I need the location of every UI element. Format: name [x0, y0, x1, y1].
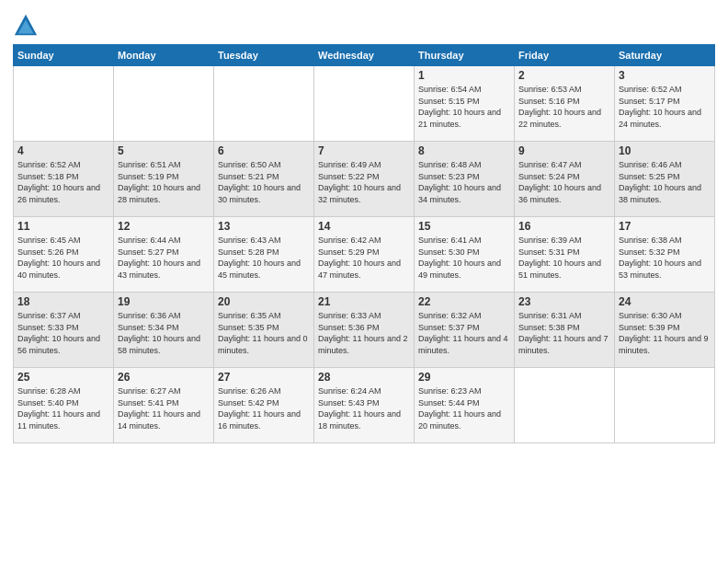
- day-info: Sunrise: 6:24 AM Sunset: 5:43 PM Dayligh…: [318, 385, 410, 431]
- day-number: 25: [17, 371, 109, 384]
- day-number: 21: [318, 295, 410, 308]
- day-number: 10: [619, 144, 711, 157]
- day-header-saturday: Saturday: [615, 45, 715, 66]
- calendar-cell: [114, 66, 214, 142]
- day-number: 26: [118, 371, 210, 384]
- day-number: 11: [17, 220, 109, 233]
- day-number: 20: [218, 295, 310, 308]
- calendar-cell: 18Sunrise: 6:37 AM Sunset: 5:33 PM Dayli…: [14, 293, 114, 368]
- calendar-cell: 26Sunrise: 6:27 AM Sunset: 5:41 PM Dayli…: [114, 368, 214, 443]
- day-info: Sunrise: 6:39 AM Sunset: 5:31 PM Dayligh…: [518, 235, 610, 281]
- calendar-cell: 16Sunrise: 6:39 AM Sunset: 5:31 PM Dayli…: [515, 217, 615, 293]
- day-number: 2: [518, 69, 610, 82]
- day-info: Sunrise: 6:32 AM Sunset: 5:37 PM Dayligh…: [418, 310, 510, 356]
- day-number: 27: [218, 371, 310, 384]
- day-info: Sunrise: 6:49 AM Sunset: 5:22 PM Dayligh…: [318, 159, 410, 205]
- day-number: 22: [418, 295, 510, 308]
- day-header-thursday: Thursday: [415, 45, 515, 66]
- day-info: Sunrise: 6:47 AM Sunset: 5:24 PM Dayligh…: [518, 159, 610, 205]
- logo-icon: [13, 13, 39, 39]
- day-number: 23: [518, 295, 610, 308]
- day-number: 28: [318, 371, 410, 384]
- week-row-4: 18Sunrise: 6:37 AM Sunset: 5:33 PM Dayli…: [14, 293, 715, 368]
- calendar-cell: 2Sunrise: 6:53 AM Sunset: 5:16 PM Daylig…: [515, 66, 615, 142]
- day-info: Sunrise: 6:36 AM Sunset: 5:34 PM Dayligh…: [118, 310, 210, 356]
- day-number: 3: [619, 69, 711, 82]
- calendar-cell: 25Sunrise: 6:28 AM Sunset: 5:40 PM Dayli…: [14, 368, 114, 443]
- calendar-cell: 27Sunrise: 6:26 AM Sunset: 5:42 PM Dayli…: [214, 368, 314, 443]
- day-info: Sunrise: 6:51 AM Sunset: 5:19 PM Dayligh…: [118, 159, 210, 205]
- day-number: 8: [418, 144, 510, 157]
- day-number: 16: [518, 220, 610, 233]
- day-info: Sunrise: 6:35 AM Sunset: 5:35 PM Dayligh…: [218, 310, 310, 356]
- calendar-cell: 15Sunrise: 6:41 AM Sunset: 5:30 PM Dayli…: [415, 217, 515, 293]
- day-number: 14: [318, 220, 410, 233]
- day-header-monday: Monday: [114, 45, 214, 66]
- calendar-cell: 8Sunrise: 6:48 AM Sunset: 5:23 PM Daylig…: [415, 142, 515, 217]
- day-info: Sunrise: 6:30 AM Sunset: 5:39 PM Dayligh…: [619, 310, 711, 356]
- day-info: Sunrise: 6:28 AM Sunset: 5:40 PM Dayligh…: [17, 385, 109, 431]
- day-number: 18: [17, 295, 109, 308]
- calendar-cell: 17Sunrise: 6:38 AM Sunset: 5:32 PM Dayli…: [615, 217, 715, 293]
- week-row-1: 1Sunrise: 6:54 AM Sunset: 5:15 PM Daylig…: [14, 66, 715, 142]
- calendar-cell: 1Sunrise: 6:54 AM Sunset: 5:15 PM Daylig…: [415, 66, 515, 142]
- calendar-cell: 12Sunrise: 6:44 AM Sunset: 5:27 PM Dayli…: [114, 217, 214, 293]
- calendar-cell: 29Sunrise: 6:23 AM Sunset: 5:44 PM Dayli…: [415, 368, 515, 443]
- week-row-2: 4Sunrise: 6:52 AM Sunset: 5:18 PM Daylig…: [14, 142, 715, 217]
- calendar-cell: [14, 66, 114, 142]
- calendar-cell: [515, 368, 615, 443]
- day-info: Sunrise: 6:54 AM Sunset: 5:15 PM Dayligh…: [418, 84, 510, 130]
- day-info: Sunrise: 6:43 AM Sunset: 5:28 PM Dayligh…: [218, 235, 310, 281]
- day-info: Sunrise: 6:37 AM Sunset: 5:33 PM Dayligh…: [17, 310, 109, 356]
- day-info: Sunrise: 6:53 AM Sunset: 5:16 PM Dayligh…: [518, 84, 610, 130]
- calendar-cell: 10Sunrise: 6:46 AM Sunset: 5:25 PM Dayli…: [615, 142, 715, 217]
- day-number: 15: [418, 220, 510, 233]
- calendar-cell: 4Sunrise: 6:52 AM Sunset: 5:18 PM Daylig…: [14, 142, 114, 217]
- calendar-cell: 5Sunrise: 6:51 AM Sunset: 5:19 PM Daylig…: [114, 142, 214, 217]
- calendar-cell: 19Sunrise: 6:36 AM Sunset: 5:34 PM Dayli…: [114, 293, 214, 368]
- day-info: Sunrise: 6:27 AM Sunset: 5:41 PM Dayligh…: [118, 385, 210, 431]
- day-info: Sunrise: 6:38 AM Sunset: 5:32 PM Dayligh…: [619, 235, 711, 281]
- day-header-wednesday: Wednesday: [314, 45, 415, 66]
- calendar-cell: 6Sunrise: 6:50 AM Sunset: 5:21 PM Daylig…: [214, 142, 314, 217]
- day-number: 9: [518, 144, 610, 157]
- day-number: 6: [218, 144, 310, 157]
- day-info: Sunrise: 6:45 AM Sunset: 5:26 PM Dayligh…: [17, 235, 109, 281]
- calendar-cell: 14Sunrise: 6:42 AM Sunset: 5:29 PM Dayli…: [314, 217, 415, 293]
- week-row-3: 11Sunrise: 6:45 AM Sunset: 5:26 PM Dayli…: [14, 217, 715, 293]
- day-header-friday: Friday: [515, 45, 615, 66]
- day-header-tuesday: Tuesday: [214, 45, 314, 66]
- day-header-sunday: Sunday: [14, 45, 114, 66]
- calendar-cell: 9Sunrise: 6:47 AM Sunset: 5:24 PM Daylig…: [515, 142, 615, 217]
- day-number: 13: [218, 220, 310, 233]
- calendar-cell: 21Sunrise: 6:33 AM Sunset: 5:36 PM Dayli…: [314, 293, 415, 368]
- day-number: 24: [619, 295, 711, 308]
- day-number: 29: [418, 371, 510, 384]
- week-row-5: 25Sunrise: 6:28 AM Sunset: 5:40 PM Dayli…: [14, 368, 715, 443]
- logo: [13, 13, 40, 39]
- calendar-cell: 3Sunrise: 6:52 AM Sunset: 5:17 PM Daylig…: [615, 66, 715, 142]
- calendar-cell: [214, 66, 314, 142]
- day-number: 17: [619, 220, 711, 233]
- day-number: 5: [118, 144, 210, 157]
- day-info: Sunrise: 6:52 AM Sunset: 5:18 PM Dayligh…: [17, 159, 109, 205]
- day-info: Sunrise: 6:26 AM Sunset: 5:42 PM Dayligh…: [218, 385, 310, 431]
- day-number: 4: [17, 144, 109, 157]
- day-info: Sunrise: 6:31 AM Sunset: 5:38 PM Dayligh…: [518, 310, 610, 356]
- day-info: Sunrise: 6:50 AM Sunset: 5:21 PM Dayligh…: [218, 159, 310, 205]
- day-number: 1: [418, 69, 510, 82]
- day-info: Sunrise: 6:23 AM Sunset: 5:44 PM Dayligh…: [418, 385, 510, 431]
- day-number: 19: [118, 295, 210, 308]
- day-info: Sunrise: 6:52 AM Sunset: 5:17 PM Dayligh…: [619, 84, 711, 130]
- day-info: Sunrise: 6:42 AM Sunset: 5:29 PM Dayligh…: [318, 235, 410, 281]
- day-info: Sunrise: 6:41 AM Sunset: 5:30 PM Dayligh…: [418, 235, 510, 281]
- calendar-cell: 28Sunrise: 6:24 AM Sunset: 5:43 PM Dayli…: [314, 368, 415, 443]
- day-number: 7: [318, 144, 410, 157]
- header-row: [13, 9, 715, 39]
- calendar-cell: 24Sunrise: 6:30 AM Sunset: 5:39 PM Dayli…: [615, 293, 715, 368]
- calendar-cell: 7Sunrise: 6:49 AM Sunset: 5:22 PM Daylig…: [314, 142, 415, 217]
- calendar-cell: [615, 368, 715, 443]
- day-info: Sunrise: 6:44 AM Sunset: 5:27 PM Dayligh…: [118, 235, 210, 281]
- calendar-table: SundayMondayTuesdayWednesdayThursdayFrid…: [13, 44, 715, 443]
- page-container: SundayMondayTuesdayWednesdayThursdayFrid…: [0, 0, 728, 451]
